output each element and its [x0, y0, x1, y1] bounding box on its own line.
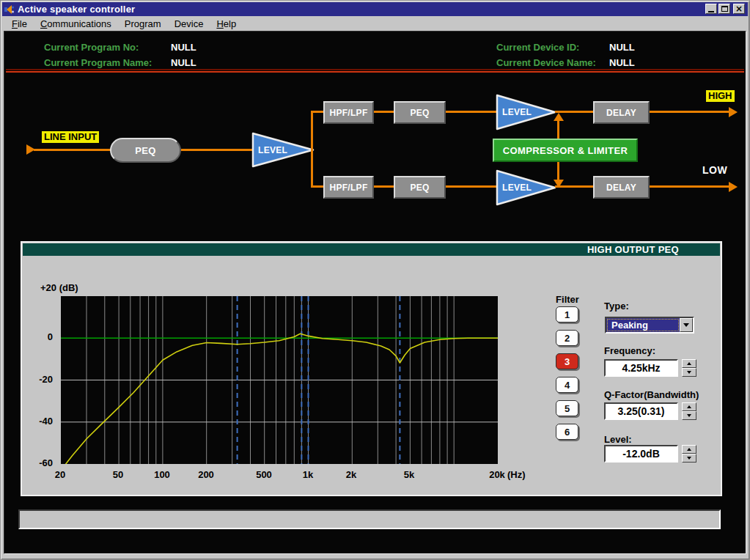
arrow-up-icon: [687, 448, 691, 451]
arrow-up-icon: [687, 362, 691, 365]
red-separator-top: [6, 69, 744, 70]
close-icon: ×: [735, 5, 743, 12]
signal-line: [311, 111, 324, 113]
signal-line: [181, 149, 254, 151]
arrow-down-icon: [687, 457, 691, 460]
arrow-up-icon: [687, 405, 691, 408]
eq-response-plot: [60, 295, 499, 465]
high-level-label: LEVEL: [502, 94, 532, 130]
type-selected-value: Peaking: [606, 318, 680, 332]
low-level-label: LEVEL: [502, 169, 532, 206]
signal-line: [374, 185, 394, 188]
high-output-label: HIGH: [706, 90, 735, 102]
q-spin-down-button[interactable]: [682, 411, 696, 420]
low-output-label: LOW: [702, 164, 727, 176]
device-name-value: NULL: [609, 57, 635, 68]
menu-bar: FileCommunicationsProgramDeviceHelp: [2, 16, 748, 31]
low-level-block[interactable]: LEVEL: [496, 169, 556, 206]
low-hpf-lpf-block[interactable]: HPF/LPF: [323, 176, 374, 199]
q-factor-field[interactable]: 3.25(0.31): [604, 402, 678, 420]
filter-button-5[interactable]: 5: [556, 400, 578, 416]
filter-section-label: Filter: [552, 294, 583, 305]
window-title: Active speaker controller: [18, 4, 135, 15]
frequency-label: Frequency:: [604, 345, 655, 356]
menu-item-program[interactable]: Program: [118, 17, 168, 31]
type-label: Type:: [604, 301, 629, 312]
low-peq-block[interactable]: PEQ: [394, 176, 446, 199]
device-id-label: Current Device ID:: [496, 42, 579, 53]
arrow-down-icon: [687, 371, 691, 374]
signal-line: [446, 185, 497, 188]
status-bar: [18, 509, 721, 529]
filter-button-1[interactable]: 1: [556, 306, 578, 323]
q-factor-spinner: [682, 402, 696, 420]
title-bar: Active speaker controller ×: [2, 2, 748, 16]
low-delay-block[interactable]: DELAY: [593, 176, 650, 199]
high-hpf-lpf-block[interactable]: HPF/LPF: [323, 101, 374, 124]
red-separator-bottom: [6, 71, 744, 73]
level-spin-up-button[interactable]: [682, 445, 696, 454]
device-name-label: Current Device Name:: [496, 57, 596, 68]
level-spin-down-button[interactable]: [682, 454, 696, 463]
split-line: [311, 111, 313, 188]
frequency-spinner: [682, 359, 696, 377]
program-name-value: NULL: [171, 57, 196, 68]
input-level-label: LEVEL: [258, 132, 287, 168]
menu-item-file[interactable]: File: [5, 17, 34, 31]
filter-button-4[interactable]: 4: [556, 377, 578, 393]
close-button[interactable]: ×: [733, 4, 745, 14]
high-output-arrow-icon: [729, 107, 738, 117]
signal-line: [650, 111, 730, 113]
high-level-block[interactable]: LEVEL: [496, 94, 556, 130]
frequency-field[interactable]: 4.25kHz: [604, 359, 678, 377]
high-peq-block[interactable]: PEQ: [394, 101, 446, 124]
filter-button-6[interactable]: 6: [556, 424, 578, 440]
q-spin-up-button[interactable]: [682, 402, 696, 411]
filter-button-2[interactable]: 2: [556, 330, 578, 346]
comp-down-arrow-icon: [554, 180, 564, 188]
type-dropdown[interactable]: Peaking: [605, 317, 694, 334]
chevron-down-icon: [683, 323, 689, 327]
menu-item-help[interactable]: Help: [210, 17, 243, 31]
level-field[interactable]: -12.0dB: [604, 445, 678, 463]
level-label: Level:: [604, 434, 632, 445]
app-icon: [4, 4, 15, 15]
minimize-button[interactable]: [705, 4, 717, 14]
line-input-label: LINE INPUT: [42, 131, 99, 143]
program-no-label: Current Program No:: [44, 42, 139, 53]
menu-item-communications[interactable]: Communications: [34, 17, 118, 31]
program-name-label: Current Program Name:: [44, 57, 152, 68]
q-factor-label: Q-Factor(Bandwidth): [604, 389, 699, 400]
menu-item-device[interactable]: Device: [168, 17, 210, 31]
type-dropdown-button[interactable]: [680, 318, 693, 332]
arrow-down-icon: [687, 414, 691, 417]
maximize-button[interactable]: [718, 4, 730, 14]
signal-line: [311, 185, 324, 188]
signal-line: [374, 111, 394, 113]
device-id-value: NULL: [609, 42, 635, 53]
low-output-arrow-icon: [729, 182, 738, 192]
frequency-spin-up-button[interactable]: [682, 359, 696, 368]
frequency-spin-down-button[interactable]: [682, 368, 696, 377]
filter-buttons: 123456: [556, 306, 578, 440]
level-spinner: [682, 445, 696, 463]
compressor-limiter-block[interactable]: COMPRESSOR & LIMITER: [493, 139, 638, 162]
input-level-block[interactable]: LEVEL: [251, 132, 315, 168]
signal-line: [446, 111, 497, 113]
maximize-icon: [721, 6, 728, 12]
comp-up-arrow-icon: [554, 113, 564, 121]
signal-line: [34, 149, 111, 151]
minimize-icon: [708, 11, 714, 12]
high-delay-block[interactable]: DELAY: [593, 101, 650, 124]
program-no-value: NULL: [171, 42, 196, 53]
filter-button-3[interactable]: 3: [556, 353, 578, 369]
peq-panel-title: HIGH OUTPUT PEQ: [23, 243, 720, 256]
input-peq-block[interactable]: PEQ: [110, 138, 181, 163]
signal-line: [650, 185, 730, 188]
